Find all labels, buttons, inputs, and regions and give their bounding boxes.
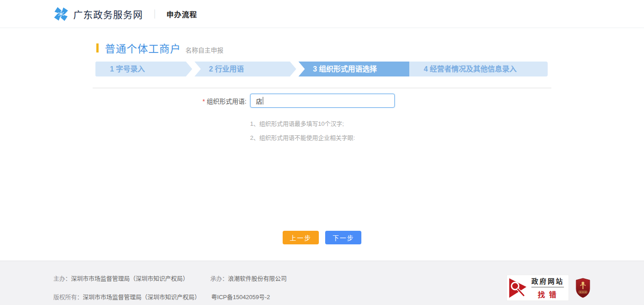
next-step-button[interactable]: 下一步 (325, 231, 361, 244)
error-logo-line1: 政府网站 (531, 276, 564, 287)
gov-site-error-report-badge[interactable]: 政府网站 找错 (507, 275, 569, 301)
org-form-input-wrap (250, 94, 395, 108)
step-3-org-form-active[interactable]: 3 组织形式用语选择 (298, 62, 409, 76)
host-value: 深圳市市场监督管理局（深圳市知识产权局） (71, 275, 189, 282)
page-title-row: 普通个体工商户 名称自主申报 (93, 28, 551, 56)
title-accent-bar (96, 43, 99, 52)
undertaker-value: 浪潮软件股份有限公司 (228, 275, 287, 282)
hint-line-1: 1、组织形式用语最多填写10个汉字; (250, 117, 551, 131)
undertaker-label: 承办： (210, 275, 228, 282)
error-flag-magnifier-icon (508, 277, 528, 298)
hint-line-2: 2、组织形式用语不能使用企业相关字眼: (250, 131, 551, 145)
required-asterisk: * (203, 98, 205, 105)
prev-step-button[interactable]: 上一步 (283, 231, 319, 244)
section-divider (93, 88, 551, 88)
copyright-label: 版权所有： (53, 294, 83, 300)
page-subtitle: 名称自主申报 (185, 45, 223, 54)
step-wizard: 1 字号录入 2 行业用语 3 组织形式用语选择 4 经营者情况及其他信息录入 (95, 62, 548, 76)
header-divider: ｜ (150, 7, 159, 20)
error-logo-text: 政府网站 找错 (531, 276, 564, 300)
step-1-brand-name[interactable]: 1 字号录入 (95, 62, 192, 76)
error-logo-line2: 找错 (531, 287, 564, 300)
main-content: 普通个体工商户 名称自主申报 1 字号录入 2 行业用语 3 组织形式用语选择 … (93, 28, 551, 253)
wizard-actions: 上一步 下一步 (93, 231, 551, 244)
text-caret (263, 97, 263, 105)
police-badge-icon[interactable] (575, 278, 591, 298)
step-4-operator-info[interactable]: 4 经营者情况及其他信息录入 (409, 62, 548, 76)
form-hints: 1、组织形式用语最多填写10个汉字; 2、组织形式用语不能使用企业相关字眼: (93, 117, 551, 145)
page-title: 普通个体工商户 (105, 40, 181, 56)
site-name: 广东政务服务网 (73, 7, 143, 21)
copyright-value: 深圳市市场监督管理局（深圳市知识产权局） (83, 294, 200, 300)
icp-number[interactable]: 粤ICP备15042059号-2 (211, 294, 270, 300)
org-form-label: *组织形式用语: (93, 96, 246, 105)
org-form-input[interactable] (250, 94, 395, 108)
host-label: 主办： (53, 275, 71, 282)
step-2-industry-term[interactable]: 2 行业用语 (194, 62, 296, 76)
gdzwfw-pinwheel-logo-icon (53, 6, 69, 22)
site-header: 广东政务服务网 ｜ 申办流程 (0, 0, 644, 28)
org-form-label-text: 组织形式用语: (207, 98, 246, 105)
site-footer: 主办：深圳市市场监督管理局（深圳市知识产权局）承办：浪潮软件股份有限公司 版权所… (0, 261, 644, 305)
section-title: 申办流程 (166, 9, 197, 19)
footer-logos: 政府网站 找错 (507, 275, 591, 301)
org-form-row: *组织形式用语: (93, 94, 551, 108)
